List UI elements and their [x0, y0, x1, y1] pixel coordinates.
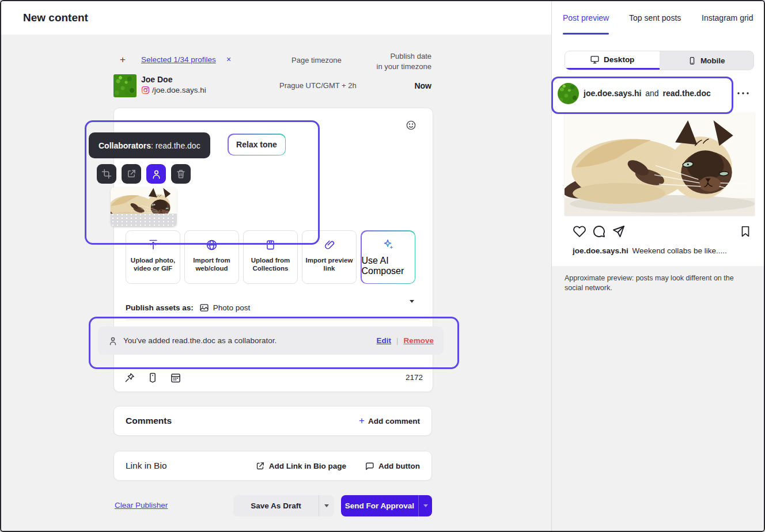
device-toggle: Desktop Mobile — [565, 51, 754, 70]
collaborator-button[interactable] — [146, 164, 166, 184]
publish-date-value[interactable]: Now — [376, 81, 431, 90]
chat-bubble-icon — [365, 461, 374, 471]
import-preview-link-button[interactable]: Import preview link — [302, 230, 357, 284]
link-icon — [324, 238, 335, 251]
ai-composer-button[interactable]: Use AI Composer — [361, 230, 415, 284]
banner-divider: | — [396, 336, 398, 345]
profile-name: Joe Doe — [141, 75, 172, 84]
cat-photo-thumbnail — [111, 187, 177, 214]
pin-icon[interactable] — [124, 372, 135, 383]
active-tab-underline — [563, 33, 609, 35]
link-in-bio-title: Link in Bio — [126, 461, 167, 471]
profile-avatar — [113, 74, 137, 97]
character-count: 2172 — [393, 373, 423, 382]
upload-icon — [147, 238, 159, 251]
timezone-value: Prague UTC/GMT + 2h — [279, 81, 357, 90]
send-approval-dropdown[interactable] — [418, 495, 432, 516]
publish-assets-label: Publish assets as: — [126, 303, 194, 312]
comment-icon[interactable] — [592, 225, 606, 238]
comments-card: Comments + Add comment — [113, 406, 432, 436]
trash-icon — [176, 169, 186, 179]
upload-media-button[interactable]: Upload photo, video or GIF — [126, 230, 180, 284]
emoji-picker-icon[interactable] — [406, 120, 416, 131]
tab-post-preview[interactable]: Post preview — [563, 13, 609, 22]
collaborators-tooltip: Collaborators : read.the.doc — [89, 132, 210, 158]
add-profile-button[interactable]: + — [120, 54, 126, 66]
collections-icon — [265, 238, 276, 251]
collaborator-banner: You've added read.the.doc as a collabora… — [98, 326, 444, 355]
ig-collaborator[interactable]: read.the.doc — [663, 89, 711, 98]
app-window: New content + Selected 1/34 profiles × P… — [0, 0, 765, 532]
edit-collaborator-link[interactable]: Edit — [377, 336, 392, 345]
remove-collaborator-link[interactable]: Remove — [403, 336, 434, 345]
tone-pill[interactable]: Relax tone — [228, 134, 286, 155]
page-header: New content — [1, 1, 552, 35]
add-comment-button[interactable]: + Add comment — [359, 415, 420, 427]
send-for-approval-button[interactable]: Send For Approval — [341, 495, 432, 516]
globe-icon — [206, 238, 218, 251]
calendar-icon[interactable] — [170, 372, 181, 383]
ig-more-menu-icon[interactable] — [737, 92, 749, 95]
instagram-icon — [141, 86, 150, 94]
profile-handle-row: /joe.doe.says.hi — [141, 86, 206, 94]
profile-handle: /joe.doe.says.hi — [152, 86, 206, 94]
page-timezone-label: Page timezone — [291, 56, 342, 64]
publish-assets-value: Photo post — [213, 303, 251, 312]
upload-collections-button[interactable]: Upload from Collections — [243, 230, 298, 284]
toggle-mobile[interactable]: Mobile — [660, 51, 754, 70]
photo-post-icon — [199, 303, 209, 313]
ig-username[interactable]: joe.doe.says.hi — [584, 89, 641, 98]
chevron-down-icon[interactable] — [410, 303, 414, 313]
publish-assets-row[interactable]: Publish assets as: Photo post — [126, 296, 420, 320]
save-as-draft-button[interactable]: Save As Draft — [233, 495, 334, 516]
person-icon — [108, 336, 118, 346]
clear-publisher-link[interactable]: Clear Publisher — [115, 501, 168, 510]
cat-photo — [565, 112, 755, 215]
monitor-icon — [590, 55, 600, 64]
like-icon[interactable] — [573, 225, 586, 238]
collaborator-person-icon — [151, 169, 162, 180]
delete-media-button[interactable] — [171, 164, 191, 184]
sparkles-icon — [382, 238, 395, 251]
ig-post-image — [565, 112, 755, 215]
toggle-desktop[interactable]: Desktop — [565, 51, 660, 70]
phone-icon — [688, 56, 696, 65]
ig-avatar — [558, 83, 579, 104]
bookmark-icon[interactable] — [739, 225, 752, 238]
ig-conjunction: and — [645, 89, 658, 98]
tab-instagram-grid[interactable]: Instagram grid — [702, 13, 753, 22]
import-web-button[interactable]: Import from web/cloud — [184, 230, 239, 284]
open-external-icon — [126, 169, 137, 179]
link-in-bio-card: Link in Bio Add Link in Bio page Add but… — [113, 451, 432, 481]
ig-header-names: joe.doe.says.hi and read.the.doc — [584, 89, 711, 98]
media-thumbnail[interactable] — [111, 187, 177, 227]
ig-caption: joe.doe.says.hi Weekend collabs be like.… — [573, 246, 727, 255]
comments-title: Comments — [126, 416, 172, 426]
save-draft-dropdown[interactable] — [319, 495, 334, 516]
collaborator-message: You've added read.the.doc as a collabora… — [123, 336, 277, 345]
thumbnail-drag-strip[interactable] — [111, 214, 177, 227]
crop-icon — [101, 169, 112, 179]
open-external-button[interactable] — [122, 164, 141, 184]
tag-icon[interactable] — [147, 372, 158, 383]
tab-top-sent-posts[interactable]: Top sent posts — [629, 13, 681, 22]
panel-divider — [551, 1, 552, 532]
selected-profiles-link[interactable]: Selected 1/34 profiles — [141, 55, 216, 64]
share-icon[interactable] — [612, 225, 626, 238]
publish-date-label: Publish date in your timezone — [347, 51, 431, 72]
preview-panel-bottom — [552, 266, 765, 532]
page-title: New content — [23, 12, 88, 24]
preview-disclaimer: Approximate preview: posts may look diff… — [565, 273, 739, 293]
plus-icon: + — [359, 415, 365, 427]
add-link-in-bio-button[interactable]: Add Link in Bio page — [255, 461, 346, 471]
crop-button[interactable] — [97, 164, 116, 184]
add-button-button[interactable]: Add button — [365, 461, 420, 471]
external-link-icon — [255, 461, 265, 471]
clear-profiles-icon[interactable]: × — [226, 55, 231, 64]
